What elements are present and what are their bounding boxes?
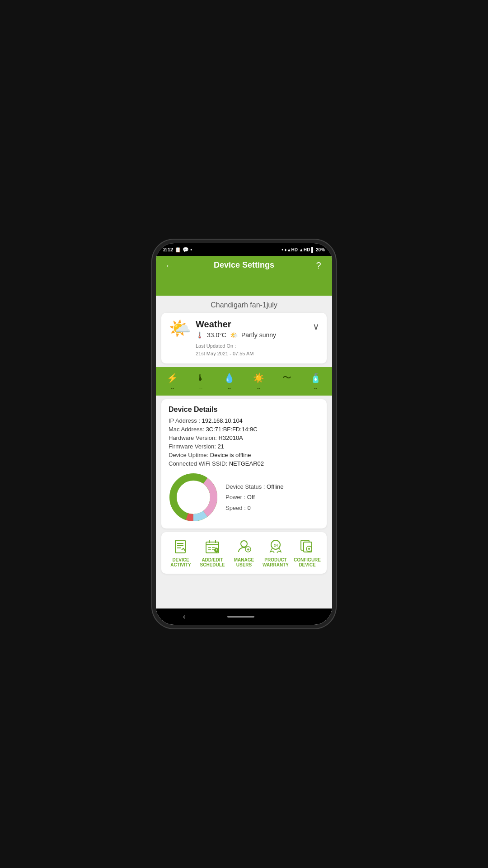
- ssid-row: Connected WiFi SSID: NETGEAR02: [169, 460, 319, 467]
- phone-nav-bar: ‹: [156, 609, 332, 625]
- weather-updated: Last Updated On : 21st May 2021 - 07:55 …: [196, 342, 276, 357]
- device-activity-label: DEVICEACTIVITY: [170, 557, 191, 567]
- device-details-title: Device Details: [169, 406, 319, 414]
- signal-icons: • ♦▲HD ▲HD ▌: [282, 247, 314, 252]
- nav-product-warranty[interactable]: 24 Product Warranty: [260, 538, 291, 567]
- donut-chart: [169, 472, 218, 522]
- warranty-label: Product Warranty: [260, 557, 291, 567]
- status-bar: 2:12 📋 💬 • • ♦▲HD ▲HD ▌ 20%: [156, 243, 332, 256]
- back-gesture[interactable]: ‹: [183, 613, 185, 621]
- configure-device-label: Configure Device: [291, 557, 323, 567]
- weather-title: Weather: [196, 319, 276, 330]
- nav-manage-users[interactable]: Manage Users: [228, 538, 260, 567]
- nav-configure-device[interactable]: Configure Device: [291, 538, 323, 567]
- speed-row: Speed : 0: [225, 503, 283, 513]
- nav-device-activity[interactable]: DEVICEACTIVITY: [165, 538, 197, 567]
- thermometer-icon: 🌡️: [196, 331, 203, 339]
- manage-users-icon: [236, 538, 252, 555]
- svg-text:24: 24: [274, 543, 278, 547]
- light-sensor-item: ☀️ --: [253, 373, 264, 391]
- device-name: Chandigarh fan-1july: [156, 296, 332, 313]
- temperature-value: 33.0°C: [207, 331, 226, 339]
- sun-icon: ☀️: [253, 373, 264, 383]
- ip-row: IP Address : 192.168.10.104: [169, 417, 319, 424]
- bottle-icon: 🧴: [310, 373, 321, 383]
- weather-condition: Partly sunny: [241, 331, 276, 339]
- wave-sensor-item: 〜 --: [282, 372, 291, 391]
- chart-status-row: Device Status : Offline Power : Off Spee…: [169, 472, 319, 522]
- time-display: 2:12: [163, 247, 173, 252]
- schedule-label: ADD/EDITSCHEDULE: [200, 557, 225, 567]
- weather-card: 🌤️ Weather 🌡️ 33.0°C 🌤️ Partly sunny Las…: [161, 313, 327, 363]
- wave-icon: 〜: [282, 372, 291, 384]
- mac-row: Mac Address: 3C:71:BF:FD:14:9C: [169, 426, 319, 433]
- device-activity-icon: [173, 538, 189, 555]
- home-pill[interactable]: [227, 616, 254, 618]
- svg-point-4: [181, 485, 206, 510]
- help-button[interactable]: ?: [312, 260, 325, 271]
- manage-users-label: Manage Users: [228, 557, 260, 567]
- temp-icon: 🌡: [196, 373, 205, 383]
- warranty-icon: 24: [267, 538, 284, 555]
- nav-add-edit-schedule[interactable]: ADD/EDITSCHEDULE: [197, 538, 228, 567]
- bottle-sensor-item: 🧴 --: [310, 373, 321, 391]
- page-title: Device Settings: [176, 260, 312, 270]
- drop-icon: 💧: [224, 373, 235, 383]
- fw-row: Firmware Version: 21: [169, 443, 319, 450]
- app-header: ← Device Settings ?: [156, 256, 332, 296]
- schedule-icon: [204, 538, 221, 555]
- back-button[interactable]: ←: [163, 260, 176, 271]
- phone-frame: 2:12 📋 💬 • • ♦▲HD ▲HD ▌ 20% ← Device Set…: [156, 243, 332, 625]
- bottom-nav: DEVICEACTIVITY ADD/ED: [161, 532, 327, 574]
- device-status-info: Device Status : Offline Power : Off Spee…: [225, 481, 283, 513]
- battery-display: 20%: [316, 247, 325, 252]
- humidity-sensor-item: 💧 --: [224, 373, 235, 391]
- weather-info: Weather 🌡️ 33.0°C 🌤️ Partly sunny Last U…: [196, 319, 276, 357]
- hw-row: Hardware Version: R32010A: [169, 434, 319, 441]
- weather-icon: 🌤️: [169, 319, 191, 337]
- power-sensor-item: ⚡ --: [167, 373, 178, 391]
- uptime-row: Device Uptime: Device is offline: [169, 452, 319, 458]
- condition-icon: 🌤️: [230, 331, 238, 339]
- svg-point-30: [308, 548, 310, 550]
- sensor-bar: ⚡ -- 🌡 -- 💧 -- ☀️ -- 〜 -- 🧴 --: [156, 367, 332, 396]
- svg-point-21: [241, 541, 247, 547]
- weather-expand-button[interactable]: ∨: [313, 321, 319, 332]
- bolt-icon: ⚡: [167, 373, 178, 383]
- power-row: Power : Off: [225, 492, 283, 502]
- temp-sensor-item: 🌡 --: [196, 373, 205, 390]
- notification-icons: 📋 💬 •: [175, 247, 192, 253]
- configure-icon: [299, 538, 315, 555]
- svg-rect-5: [175, 540, 185, 553]
- device-status-row: Device Status : Offline: [225, 481, 283, 492]
- device-details-card: Device Details IP Address : 192.168.10.1…: [161, 399, 327, 528]
- main-scroll[interactable]: ← Device Settings ? Chandigarh fan-1july…: [156, 256, 332, 625]
